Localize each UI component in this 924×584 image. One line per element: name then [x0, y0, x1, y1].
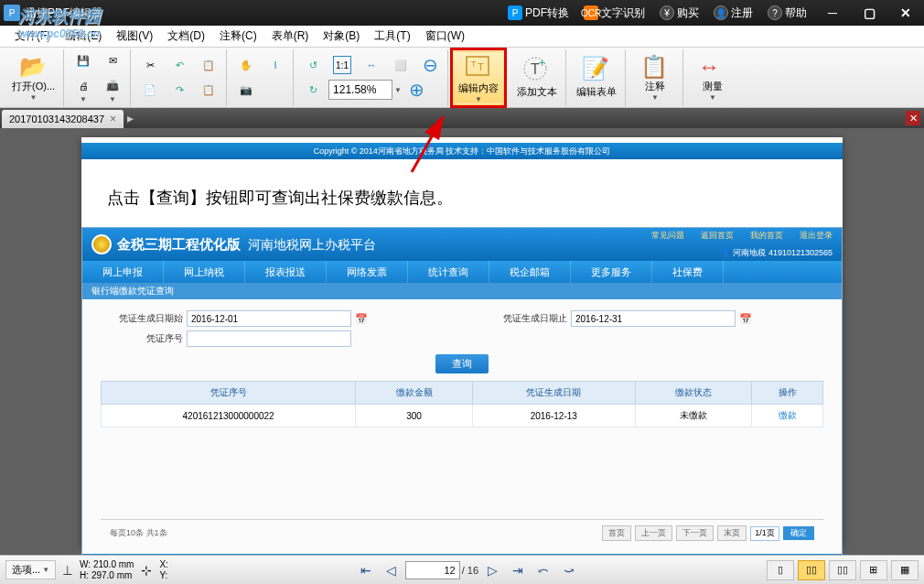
- pdf-convert-label: PDF转换: [525, 5, 569, 21]
- nav-item-invoice[interactable]: 网络发票: [327, 261, 408, 283]
- menu-tool[interactable]: 工具(T): [367, 27, 417, 47]
- fit-width-icon: ↔: [362, 56, 381, 74]
- continuous-view[interactable]: ▯▯: [798, 560, 825, 580]
- link-home[interactable]: 返回首页: [701, 230, 734, 242]
- page-confirm[interactable]: 确定: [783, 526, 814, 540]
- page-prev[interactable]: 上一页: [635, 525, 672, 541]
- tab-add-button[interactable]: ▸: [127, 111, 134, 125]
- redo-button[interactable]: ↷: [166, 78, 193, 102]
- print-button[interactable]: 🖨▼: [70, 74, 97, 106]
- scan-button[interactable]: 📠▼: [99, 74, 126, 106]
- query-button[interactable]: 查询: [435, 354, 489, 373]
- find-button[interactable]: 📋: [195, 53, 222, 77]
- serial-input[interactable]: [187, 330, 351, 347]
- link-logout[interactable]: 退出登录: [800, 230, 833, 242]
- menu-form[interactable]: 表单(R): [264, 27, 317, 47]
- link-faq[interactable]: 常见问题: [651, 230, 684, 242]
- page: Copyright © 2014河南省地方税务局 技术支持：中国软件与技术服务股…: [81, 137, 843, 546]
- prev-page-button[interactable]: ◁: [380, 560, 403, 580]
- page-first[interactable]: 首页: [602, 525, 631, 541]
- register-button[interactable]: 👤 注册: [706, 0, 760, 26]
- annotate-button[interactable]: 📋 注释 ▼: [631, 51, 679, 104]
- th-action: 操作: [752, 382, 823, 405]
- page-number-input[interactable]: [405, 561, 460, 579]
- zoom-in-button[interactable]: ⊕: [403, 78, 431, 102]
- text-select-button[interactable]: I: [262, 53, 289, 77]
- end-date-input[interactable]: [571, 310, 736, 327]
- link-my[interactable]: 我的首页: [750, 230, 783, 242]
- menu-comment[interactable]: 注释(C): [212, 27, 264, 47]
- calendar-icon[interactable]: 📅: [739, 313, 752, 325]
- th-serial: 凭证序号: [102, 382, 356, 405]
- th-date: 凭证生成日期: [472, 382, 635, 405]
- find-icon: 📋: [199, 56, 218, 74]
- save-button[interactable]: 💾: [70, 49, 97, 73]
- nav-item-pay[interactable]: 网上纳税: [164, 261, 245, 283]
- measure-button[interactable]: ↔ 测量 ▼: [689, 51, 736, 104]
- menu-document[interactable]: 文档(D): [160, 27, 212, 47]
- options-button[interactable]: 选项... ▼: [5, 560, 56, 579]
- add-text-label: 添加文本: [517, 85, 557, 99]
- tabbar-close-button[interactable]: ✕: [906, 111, 920, 125]
- single-page-view[interactable]: ▯: [767, 560, 794, 580]
- next-view-button[interactable]: ⤻: [557, 560, 581, 580]
- close-button[interactable]: ✕: [887, 0, 924, 26]
- fit-page-button[interactable]: ⬜: [387, 53, 414, 77]
- prev-view-button[interactable]: ⤺: [532, 560, 555, 580]
- start-date-label: 凭证生成日期始: [101, 312, 183, 325]
- cut-button[interactable]: ✂: [136, 53, 164, 77]
- calendar-icon[interactable]: 📅: [355, 313, 368, 325]
- nav-item-stats[interactable]: 统计查询: [408, 261, 489, 283]
- edit-content-button[interactable]: TT 编辑内容 ▼: [454, 51, 503, 104]
- two-continuous-view[interactable]: ⊞: [860, 560, 887, 580]
- maximize-button[interactable]: ▢: [851, 0, 887, 26]
- rotate-left-button[interactable]: ↺: [299, 53, 327, 77]
- document-tab[interactable]: 20170103143208437 ×: [2, 110, 124, 128]
- zoom-out-button[interactable]: ⊖: [416, 53, 444, 77]
- crop-icon[interactable]: ⟂: [63, 562, 72, 579]
- start-date-input[interactable]: [187, 310, 351, 327]
- nav-item-social[interactable]: 社保费: [652, 261, 724, 283]
- page-input[interactable]: [750, 526, 779, 541]
- nav-item-report[interactable]: 报表报送: [245, 261, 327, 283]
- minimize-button[interactable]: ─: [814, 0, 851, 26]
- nav-item-more[interactable]: 更多服务: [571, 261, 652, 283]
- hand-tool-button[interactable]: ✋: [232, 53, 260, 77]
- cell-status: 未缴款: [635, 405, 752, 427]
- undo-button[interactable]: ↶: [166, 53, 193, 77]
- results-table: 凭证序号 缴款金额 凭证生成日期 缴款状态 操作 420161213000000…: [101, 381, 823, 427]
- zoom-input[interactable]: [328, 80, 392, 100]
- two-page-view[interactable]: ▯▯: [829, 560, 856, 580]
- buy-button[interactable]: ¥ 购买: [652, 0, 706, 26]
- cell-action-link[interactable]: 缴款: [752, 405, 823, 427]
- pdf-convert-button[interactable]: P PDF转换: [500, 0, 576, 26]
- first-page-button[interactable]: ⇤: [354, 560, 378, 580]
- open-button[interactable]: 📂 打开(O)... ▼: [7, 51, 59, 104]
- add-text-button[interactable]: T+ 添加文本: [512, 51, 562, 104]
- edit-form-button[interactable]: 📝 编辑表单: [572, 51, 621, 104]
- fit-width-button[interactable]: ↔: [358, 53, 385, 77]
- actual-size-button[interactable]: 1:1: [328, 53, 356, 77]
- rotate-right-button[interactable]: ↻: [299, 78, 327, 102]
- tab-close-button[interactable]: ×: [110, 113, 116, 125]
- nav-item-declare[interactable]: 网上申报: [82, 261, 164, 283]
- last-page-button[interactable]: ⇥: [506, 560, 530, 580]
- paste-button[interactable]: 📋: [195, 78, 222, 102]
- menu-file[interactable]: 文件(F): [7, 27, 58, 47]
- zoom-dropdown[interactable]: ▼: [394, 86, 402, 94]
- thumbnail-view[interactable]: ▦: [891, 560, 919, 580]
- nav-item-mail[interactable]: 税企邮箱: [489, 261, 571, 283]
- next-page-button[interactable]: ▷: [480, 560, 504, 580]
- help-button[interactable]: ? 帮助: [760, 0, 814, 26]
- ocr-button[interactable]: OCR 文字识别: [576, 0, 652, 26]
- page-next[interactable]: 下一页: [676, 525, 714, 541]
- menu-object[interactable]: 对象(B): [316, 27, 367, 47]
- menu-window[interactable]: 窗口(W): [418, 27, 472, 47]
- menu-view[interactable]: 视图(V): [109, 27, 160, 47]
- page-last[interactable]: 末页: [717, 525, 747, 541]
- copy-button[interactable]: 📄: [136, 78, 164, 102]
- snapshot-button[interactable]: 📷: [232, 78, 260, 102]
- menu-edit[interactable]: 编辑(E): [58, 27, 109, 47]
- email-button[interactable]: ✉: [99, 49, 126, 73]
- document-canvas[interactable]: Copyright © 2014河南省地方税务局 技术支持：中国软件与技术服务股…: [0, 128, 924, 555]
